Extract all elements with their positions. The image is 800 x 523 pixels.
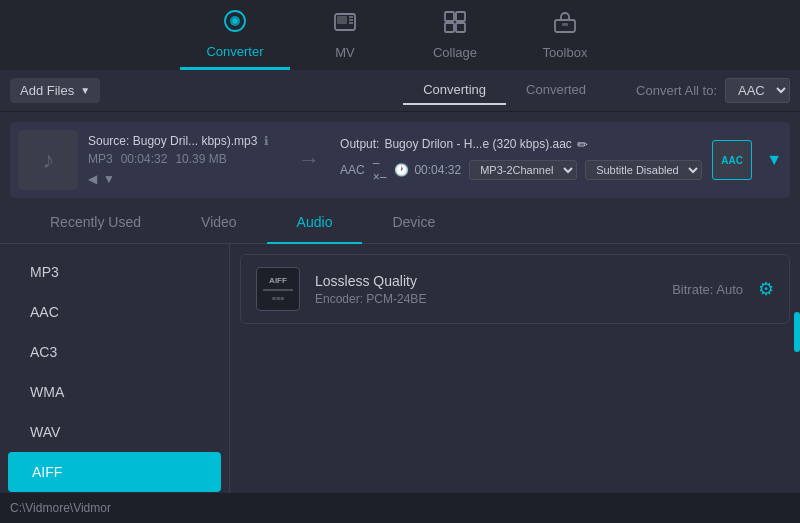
convert-all-label: Convert All to:: [636, 83, 717, 98]
file-item: ♪ Source: Bugoy Dril... kbps).mp3 ℹ MP3 …: [10, 122, 790, 198]
sidebar-item-aiff[interactable]: AIFF: [8, 452, 221, 492]
format-option-lossless[interactable]: AIFF ≡≡≡ Lossless Quality Encoder: PCM-2…: [240, 254, 790, 324]
expand-down-icon[interactable]: ▼: [103, 172, 115, 186]
svg-rect-10: [562, 23, 568, 26]
expand-left-icon[interactable]: ◀: [88, 172, 97, 186]
gear-icon[interactable]: ⚙: [758, 278, 774, 300]
sidebar-item-ac3[interactable]: AC3: [0, 332, 229, 372]
top-nav: Converter MV Collage: [0, 0, 800, 70]
tab-video[interactable]: Video: [171, 202, 267, 244]
sidebar-item-wav[interactable]: WAV: [0, 412, 229, 452]
output-name: Output: Bugoy Drilon - H...e (320 kbps).…: [340, 137, 702, 152]
nav-item-mv[interactable]: MV: [290, 0, 400, 70]
info-icon[interactable]: ℹ: [264, 134, 269, 148]
file-format: MP3: [88, 152, 113, 166]
output-expand-icon[interactable]: ▼: [766, 151, 782, 169]
output-value: Bugoy Drilon - H...e (320 kbps).aac: [384, 137, 571, 151]
resolution-tag: –×–: [373, 156, 387, 184]
format-option-subtitle: Encoder: PCM-24BE: [315, 292, 657, 306]
svg-rect-7: [445, 23, 454, 32]
format-body: MP3 AAC AC3 WMA WAV AIFF FLAC: [0, 244, 800, 523]
out-duration-tag: 🕐 00:04:32: [394, 163, 461, 177]
output-thumb: AAC: [712, 140, 752, 180]
collage-icon: [443, 10, 467, 40]
format-option-icon: AIFF ≡≡≡: [256, 267, 300, 311]
source-value: Bugoy Dril... kbps).mp3: [133, 134, 258, 148]
format-sidebar: MP3 AAC AC3 WMA WAV AIFF FLAC: [0, 244, 230, 523]
nav-label-mv: MV: [335, 45, 355, 60]
file-thumbnail: ♪: [18, 130, 78, 190]
file-meta: MP3 00:04:32 10.39 MB: [88, 152, 278, 166]
file-duration: 00:04:32: [121, 152, 168, 166]
tab-device[interactable]: Device: [362, 202, 465, 244]
format-option-bitrate: Bitrate: Auto: [672, 282, 743, 297]
nav-item-converter[interactable]: Converter: [180, 0, 290, 70]
codec-value: AAC: [340, 163, 365, 177]
tab-converting[interactable]: Converting: [403, 76, 506, 105]
channel-select[interactable]: MP3-2Channel: [469, 160, 577, 180]
nav-label-converter: Converter: [206, 44, 263, 59]
nav-item-toolbox[interactable]: Toolbox: [510, 0, 620, 70]
tab-recently-used[interactable]: Recently Used: [20, 202, 171, 244]
scrollbar-accent[interactable]: [794, 312, 800, 352]
file-source: Source: Bugoy Dril... kbps).mp3 ℹ: [88, 134, 278, 148]
add-files-chevron-icon: ▼: [80, 85, 90, 96]
output-label: Output:: [340, 137, 379, 151]
toolbar-tabs: Converting Converted: [403, 76, 606, 105]
toolbox-icon: [553, 10, 577, 40]
format-option-title: Lossless Quality: [315, 273, 657, 289]
format-overlay: Recently Used Video Audio Device MP3 AAC: [0, 202, 800, 523]
file-info: Source: Bugoy Dril... kbps).mp3 ℹ MP3 00…: [88, 134, 278, 186]
file-output: Output: Bugoy Drilon - H...e (320 kbps).…: [340, 137, 702, 184]
mv-icon: [333, 10, 357, 40]
edit-icon[interactable]: ✏: [577, 137, 588, 152]
svg-rect-5: [445, 12, 454, 21]
bottom-path: C:\Vidmore\Vidmor: [10, 501, 111, 515]
output-settings: AAC –×– 🕐 00:04:32 MP3-2Channel Subtitle…: [340, 156, 702, 184]
tab-converted[interactable]: Converted: [506, 76, 606, 105]
bottom-bar: C:\Vidmore\Vidmor: [0, 493, 800, 523]
source-label: Source:: [88, 134, 129, 148]
svg-rect-6: [456, 12, 465, 21]
convert-all-select[interactable]: AAC: [725, 78, 790, 103]
nav-item-collage[interactable]: Collage: [400, 0, 510, 70]
subtitle-select[interactable]: Subtitle Disabled: [585, 160, 702, 180]
codec-tag: AAC: [340, 163, 365, 177]
sidebar-item-wma[interactable]: WMA: [0, 372, 229, 412]
out-duration-value: 00:04:32: [414, 163, 461, 177]
svg-rect-4: [337, 16, 347, 24]
tab-audio[interactable]: Audio: [267, 202, 363, 244]
nav-label-collage: Collage: [433, 45, 477, 60]
sidebar-item-aac[interactable]: AAC: [0, 292, 229, 332]
svg-point-2: [233, 18, 238, 23]
convert-all: Convert All to: AAC: [636, 78, 790, 103]
file-arrow-icon: →: [298, 147, 320, 173]
add-files-label: Add Files: [20, 83, 74, 98]
add-files-button[interactable]: Add Files ▼: [10, 78, 100, 103]
format-tabs: Recently Used Video Audio Device: [0, 202, 800, 244]
main-area: ♪ Source: Bugoy Dril... kbps).mp3 ℹ MP3 …: [0, 112, 800, 523]
toolbar: Add Files ▼ Converting Converted Convert…: [0, 70, 800, 112]
converter-icon: [223, 9, 247, 39]
file-size: 10.39 MB: [175, 152, 226, 166]
svg-rect-8: [456, 23, 465, 32]
sidebar-item-mp3[interactable]: MP3: [0, 252, 229, 292]
nav-label-toolbox: Toolbox: [543, 45, 588, 60]
format-option-details: Lossless Quality Encoder: PCM-24BE: [315, 273, 657, 306]
resolution-value: –×–: [373, 156, 387, 184]
format-right: AIFF ≡≡≡ Lossless Quality Encoder: PCM-2…: [230, 244, 800, 523]
